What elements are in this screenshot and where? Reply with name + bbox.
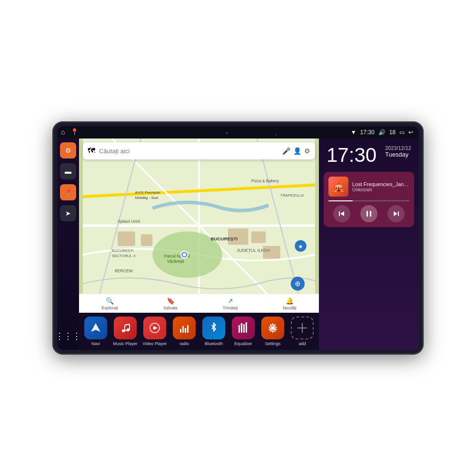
settings-app-label: Settings [265,341,281,346]
bluetooth-icon-box [202,317,225,339]
video-player-label: Video Player [143,341,167,346]
wifi-icon: ▼ [351,129,357,136]
music-prev-btn[interactable] [333,205,350,222]
navi-label: Navi [91,341,100,346]
app-dock: Navi [79,313,319,350]
eq-icon-box [232,317,255,339]
sidebar-btn-settings[interactable]: ⚙ [60,142,76,159]
google-maps-logo: 🗺 [88,147,95,155]
svg-text:JUDEȚUL ILFOV: JUDEȚUL ILFOV [237,248,270,253]
app-settings[interactable]: Settings [258,317,287,346]
explore-icon: 🔍 [106,297,114,305]
microphone-icon[interactable]: 🎤 [282,147,290,155]
device-screen: ⌂ 📍 ▼ 17:30 🔊 18 ▭ ↩ ⚙ ▬ [57,126,419,350]
battery-icon: ▭ [399,129,405,136]
svg-point-26 [183,253,186,256]
svg-marker-31 [91,323,100,332]
svg-text:AXIS Premium: AXIS Premium [135,190,160,195]
clock-day: Tuesday [385,151,411,158]
map-search-input[interactable] [99,148,278,155]
svg-marker-39 [153,326,158,330]
app-video-player[interactable]: Video Player [140,317,169,346]
sidebar-btn-navi[interactable]: ➤ [60,205,76,221]
svg-text:★: ★ [298,243,303,250]
share-icon: ↗ [228,297,233,305]
files-icon: ▬ [65,168,71,175]
clock-time: 17:30 [327,145,377,165]
music-progress-bar[interactable] [328,200,409,201]
bluetooth-label: Bluetooth [205,341,223,346]
map-explore-btn[interactable]: 🔍 Explorați [101,297,118,310]
svg-point-50 [243,324,245,326]
sidebar-btn-maps[interactable]: 📍 [60,184,76,200]
news-icon: 🔔 [286,297,294,305]
svg-rect-44 [238,327,240,333]
app-dock-inner: Navi [79,317,319,346]
album-art-icon: 🎪 [333,181,345,192]
maps-status-icon[interactable]: 📍 [70,128,79,136]
sidebar-btn-apps[interactable]: ⋮⋮⋮ [60,328,76,344]
music-play-btn[interactable] [360,205,377,222]
navi-icon-box [84,317,107,339]
svg-marker-68 [394,211,397,216]
home-icon[interactable]: ⌂ [61,128,65,136]
volume-icon: 🔊 [378,129,386,136]
svg-text:BUCUREȘTI: BUCUREȘTI [112,248,134,253]
explore-label: Explorați [101,306,118,310]
share-label: Trimiteți [223,306,238,310]
svg-rect-47 [246,324,247,333]
nav-arrow-icon: ➤ [65,209,71,217]
back-icon[interactable]: ↩ [408,129,413,136]
news-label: Noutăți [283,306,297,310]
map-bottom-bar: 🔍 Explorați 🔖 Salvate ↗ Trimiteți 🔔 [79,294,319,313]
svg-text:Văcărești: Văcărești [167,259,184,264]
svg-rect-65 [339,211,340,216]
map-container[interactable]: Splaiul Unirii BUCUREȘTI BUCUREȘTI SECTO… [79,139,319,313]
svg-text:SECTORUL 4: SECTORUL 4 [112,254,136,258]
settings-search-icon[interactable]: ⚙ [304,147,310,155]
music-player-label: Music Player [113,341,138,346]
svg-line-37 [125,324,129,325]
status-bar: ⌂ 📍 ▼ 17:30 🔊 18 ▭ ↩ [57,126,419,139]
music-artist: Unknown [352,187,409,192]
map-news-btn[interactable]: 🔔 Noutăți [283,297,297,310]
sidebar-btn-files[interactable]: ▬ [60,163,76,179]
account-icon[interactable]: 👤 [293,147,301,155]
svg-rect-66 [367,211,368,217]
app-navi[interactable]: Navi [81,317,110,346]
map-share-btn[interactable]: ↗ Trimiteți [223,297,238,310]
map-search-bar[interactable]: 🗺 🎤 👤 ⚙ [83,142,315,159]
svg-text:TRAPEZULUI: TRAPEZULUI [280,193,304,198]
app-bluetooth[interactable]: Bluetooth [199,317,228,346]
clock-section: 17:30 2023/12/12 Tuesday [319,139,419,169]
music-info: 🎪 Lost Frequencies_Janie... Unknown [328,177,409,197]
map-saved-btn[interactable]: 🔖 Salvate [163,297,178,310]
svg-point-51 [246,322,248,324]
app-equalizer[interactable]: Equalizer [229,317,258,346]
music-text: Lost Frequencies_Janie... Unknown [352,181,409,192]
sidebar: ⚙ ▬ 📍 ➤ ⋮⋮⋮ [57,139,79,350]
clock-date: 2023/12/12 [385,145,411,151]
saved-icon: 🔖 [167,297,175,305]
music-icon-box [114,317,137,339]
svg-rect-67 [370,211,371,217]
app-add[interactable]: add [288,317,317,346]
svg-text:⊕: ⊕ [295,280,301,288]
music-next-btn[interactable] [387,205,405,222]
svg-point-52 [271,326,275,330]
equalizer-label: Equalizer [234,341,252,346]
time-display: 17:30 [360,129,375,136]
radio-icon-box [173,317,196,339]
settings-icon: ⚙ [65,147,71,154]
svg-rect-45 [241,325,242,333]
app-music-player[interactable]: Music Player [111,317,139,346]
svg-text:BUCUREȘTI: BUCUREȘTI [210,236,238,241]
add-label: add [298,341,306,346]
svg-rect-69 [398,211,399,216]
svg-rect-8 [118,231,135,246]
svg-text:Splaiul Unirii: Splaiul Unirii [118,219,140,224]
right-panel: 17:30 2023/12/12 Tuesday 🎪 Lost Frequenc… [319,139,419,350]
app-radio[interactable]: radio [170,317,198,346]
svg-text:Mobility - Sud: Mobility - Sud [135,196,158,200]
radio-label: radio [179,341,189,346]
